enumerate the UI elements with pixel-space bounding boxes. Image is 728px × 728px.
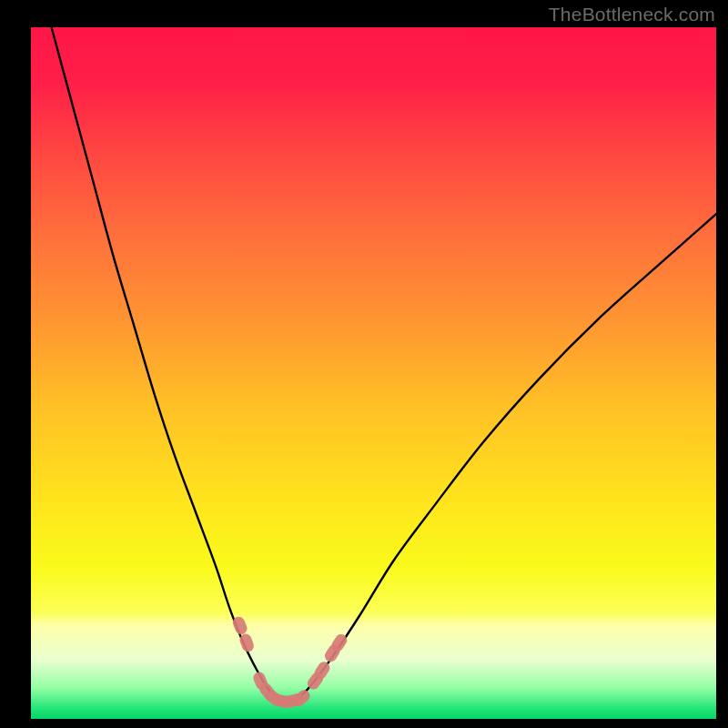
marker-group — [231, 615, 349, 709]
plot-area — [31, 27, 716, 719]
chart-frame: TheBottleneck.com — [0, 0, 728, 728]
bottleneck-curve — [52, 27, 716, 702]
watermark-text: TheBottleneck.com — [549, 4, 715, 25]
curve-layer — [31, 27, 716, 719]
